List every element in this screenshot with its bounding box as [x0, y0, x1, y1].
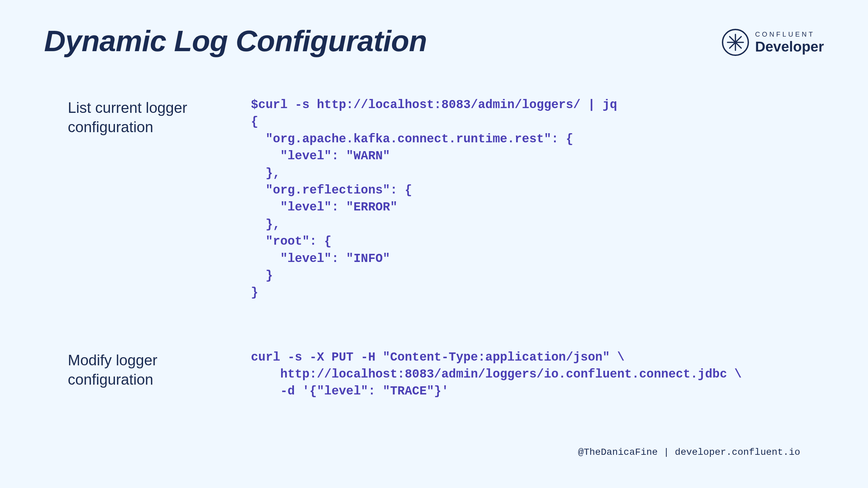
- confluent-logo: CONFLUENT Developer: [722, 29, 824, 56]
- list-logger-label: List current logger configuration: [68, 97, 237, 302]
- confluent-logo-icon: [722, 29, 749, 56]
- modify-logger-label: Modify logger configuration: [68, 349, 237, 400]
- content-grid: List current logger configuration $curl …: [68, 97, 824, 400]
- slide-title: Dynamic Log Configuration: [44, 24, 427, 58]
- modify-logger-code: curl -s -X PUT -H "Content-Type:applicat…: [251, 349, 824, 400]
- logo-brand-big: Developer: [755, 40, 824, 54]
- slide: Dynamic Log Configuration CONFLUENT Deve…: [0, 0, 868, 488]
- logo-brand-small: CONFLUENT: [755, 31, 824, 38]
- footer-attribution: @TheDanicaFine | developer.confluent.io: [578, 447, 800, 458]
- list-logger-code: $curl -s http://localhost:8083/admin/log…: [251, 97, 824, 302]
